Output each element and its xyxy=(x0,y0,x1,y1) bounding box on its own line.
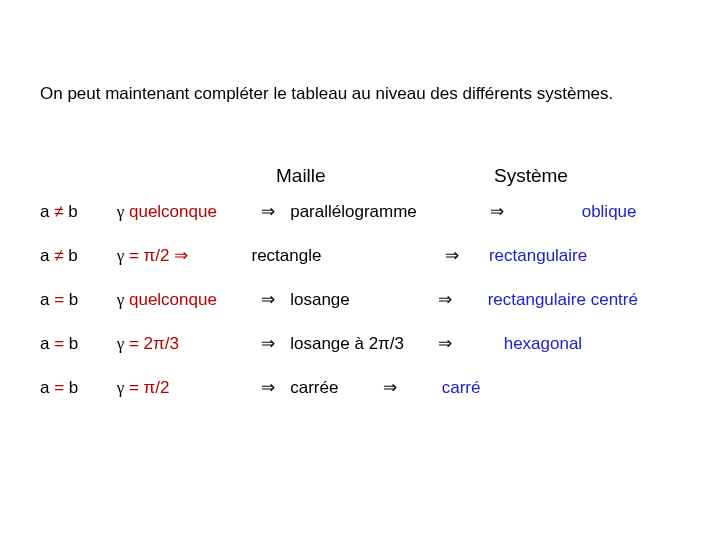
arrow-icon: ⇒ xyxy=(251,332,285,356)
arrow-icon: ⇒ xyxy=(430,244,474,268)
table-row: a ≠ b γ quelconque ⇒ parallélogramme ⇒ o… xyxy=(40,200,720,224)
arrow-icon: ⇒ xyxy=(475,200,519,224)
gamma-value: quelconque xyxy=(124,202,217,221)
condition: a = b xyxy=(40,376,112,400)
cond-b: b xyxy=(68,202,77,221)
system-cell: oblique xyxy=(524,200,637,224)
table-row: a ≠ b γ = π/2 ⇒ rectangle ⇒ rectangulair… xyxy=(40,244,720,268)
cond-op: = xyxy=(54,378,69,397)
gamma-cell: γ = π/2 ⇒ xyxy=(117,244,247,268)
arrow-icon: ⇒ xyxy=(251,376,285,400)
system-cell: hexagonal xyxy=(460,332,582,356)
gamma-value: quelconque xyxy=(124,290,217,309)
cond-a: a xyxy=(40,334,49,353)
arrow-icon: ⇒ xyxy=(435,288,455,312)
arrow-icon: ⇒ xyxy=(435,332,455,356)
table-row: a = b γ = 2π/3 ⇒ losange à 2π/3 ⇒ hexago… xyxy=(40,332,720,356)
condition: a ≠ b xyxy=(40,200,112,224)
arrow-icon: ⇒ xyxy=(373,376,407,400)
maille-cell: losange à 2π/3 xyxy=(290,332,430,356)
gamma-cell: γ = π/2 xyxy=(117,376,247,400)
maille-cell: carrée xyxy=(290,376,368,400)
cond-b: b xyxy=(69,334,78,353)
condition: a ≠ b xyxy=(40,244,112,268)
cond-a: a xyxy=(40,290,49,309)
cond-a: a xyxy=(40,202,49,221)
arrow-icon: ⇒ xyxy=(251,288,285,312)
cond-op: = xyxy=(54,290,69,309)
header-systeme: Système xyxy=(494,165,568,187)
arrow-icon: ⇒ xyxy=(251,200,285,224)
maille-cell: losange xyxy=(290,288,430,312)
system-cell: rectangulaire centré xyxy=(460,288,638,312)
maille-cell: parallélogramme xyxy=(290,200,470,224)
intro-text: On peut maintenant compléter le tableau … xyxy=(40,84,680,104)
cond-op: = xyxy=(54,334,69,353)
condition: a = b xyxy=(40,332,112,356)
gamma-cell: γ quelconque xyxy=(117,200,247,224)
gamma-value: = π/2 xyxy=(124,378,169,397)
cond-op: ≠ xyxy=(54,202,63,221)
gamma-value: = π/2 ⇒ xyxy=(124,246,188,265)
table-row: a = b γ quelconque ⇒ losange ⇒ rectangul… xyxy=(40,288,720,312)
gamma-cell: γ = 2π/3 xyxy=(117,332,247,356)
gamma-cell: γ quelconque xyxy=(117,288,247,312)
cond-op: ≠ xyxy=(54,246,63,265)
cond-b: b xyxy=(69,378,78,397)
maille-cell: rectangle xyxy=(251,244,425,268)
cond-a: a xyxy=(40,378,49,397)
table-row: a = b γ = π/2 ⇒ carrée ⇒ carré xyxy=(40,376,720,400)
condition: a = b xyxy=(40,288,112,312)
gamma-value: = 2π/3 xyxy=(124,334,179,353)
cond-b: b xyxy=(68,246,77,265)
header-maille: Maille xyxy=(276,165,326,187)
cond-a: a xyxy=(40,246,49,265)
system-cell: rectangulaire xyxy=(479,244,587,268)
system-cell: carré xyxy=(412,376,481,400)
cond-b: b xyxy=(69,290,78,309)
